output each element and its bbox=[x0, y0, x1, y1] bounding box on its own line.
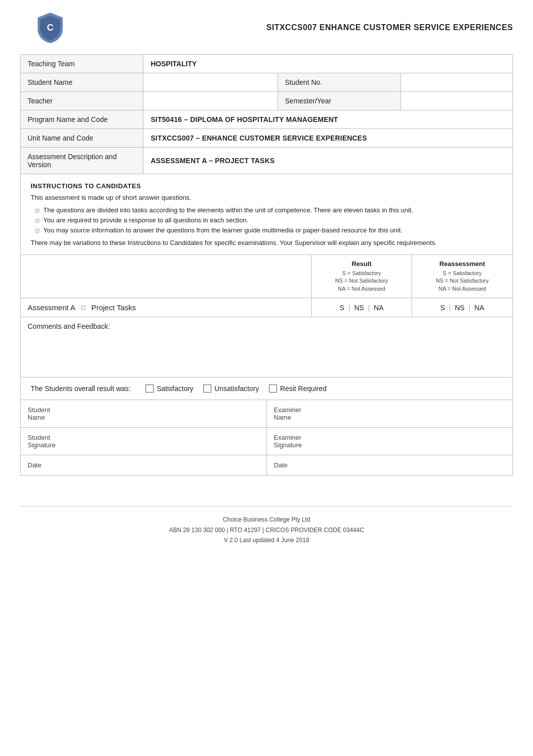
satisfactory-checkbox[interactable] bbox=[146, 385, 154, 393]
student-name-label: Student Name bbox=[21, 73, 144, 92]
na-label-1: NA bbox=[374, 304, 383, 312]
result-header-row: Result S = SatisfactoryNS = Not Satisfac… bbox=[21, 255, 512, 298]
student-date-sig-row: Date bbox=[21, 455, 266, 475]
result-values-primary: S | NS | NA bbox=[312, 298, 412, 317]
result-header-left-spacer bbox=[21, 255, 311, 298]
svg-text:C: C bbox=[47, 23, 54, 33]
program-row: Program Name and Code SIT50416 – DIPLOMA… bbox=[21, 110, 513, 129]
teaching-team-row: Teaching Team HOSPITALITY bbox=[21, 55, 513, 73]
assessment-desc-label: Assessment Description and Version bbox=[21, 148, 144, 174]
teaching-team-value: HOSPITALITY bbox=[144, 55, 513, 73]
overall-label: The Students overall result was: bbox=[31, 385, 130, 393]
student-no-value bbox=[401, 73, 513, 92]
unit-row: Unit Name and Code SITXCCS007 – ENHANCE … bbox=[21, 129, 513, 148]
unsatisfactory-label: Unsatisfactory bbox=[214, 385, 259, 393]
result-col-result: Result S = SatisfactoryNS = Not Satisfac… bbox=[312, 255, 412, 298]
examiner-date-label: Date bbox=[274, 461, 506, 469]
examiner-date-sig-row: Date bbox=[267, 455, 513, 475]
form-table: Teaching Team HOSPITALITY Student Name S… bbox=[20, 54, 513, 174]
student-name-sig-row: StudentName bbox=[21, 400, 266, 428]
reassessment-sub: S = SatisfactoryNS = Not SatisfactoryNA … bbox=[419, 270, 505, 293]
instruction-item-1: The questions are divided into tasks acc… bbox=[36, 206, 502, 214]
student-name-row: Student Name Student No. bbox=[21, 73, 513, 92]
assessment-right: S | NS | NA S | NS | NA bbox=[311, 298, 512, 317]
assessment-desc-value: ASSESSMENT A – PROJECT TASKS bbox=[144, 148, 513, 174]
assessment-a-task: Project Tasks bbox=[91, 303, 136, 312]
result-values-reassess: S | NS | NA bbox=[412, 298, 512, 317]
instructions-list: The questions are divided into tasks acc… bbox=[36, 206, 502, 234]
logo-icon: C bbox=[35, 12, 65, 44]
program-label: Program Name and Code bbox=[21, 110, 144, 129]
instructions-intro: This assessment is made up of short answ… bbox=[31, 194, 502, 201]
teacher-value bbox=[144, 92, 278, 110]
teaching-team-label: Teaching Team bbox=[21, 55, 144, 73]
instructions-title: INSTRUCTIONS TO CANDIDATES bbox=[31, 182, 502, 190]
result-header-right: Result S = SatisfactoryNS = Not Satisfac… bbox=[311, 255, 512, 298]
page-title: SITXCCS007 ENHANCE CUSTOMER SERVICE EXPE… bbox=[266, 23, 513, 32]
footer-line3: V 2.0 Last updated 4 June 2018 bbox=[20, 535, 513, 545]
assessment-row: Assessment A □ Project Tasks S | NS | NA… bbox=[21, 298, 512, 317]
instructions-section: INSTRUCTIONS TO CANDIDATES This assessme… bbox=[20, 174, 513, 255]
teacher-label: Teacher bbox=[21, 92, 144, 110]
sig-right: ExaminerName ExaminerSignature Date bbox=[267, 400, 513, 475]
result-title: Result bbox=[319, 260, 405, 268]
student-signature-sig-row: StudentSignature bbox=[21, 428, 266, 455]
result-col-reassessment: Reassessment S = SatisfactoryNS = Not Sa… bbox=[412, 255, 512, 298]
resit-checkbox[interactable] bbox=[269, 385, 277, 393]
logo: C bbox=[20, 10, 80, 45]
result-sub: S = SatisfactoryNS = Not SatisfactoryNA … bbox=[319, 270, 405, 293]
ns-label-1: NS bbox=[354, 304, 364, 312]
program-value: SIT50416 – DIPLOMA OF HOSPITALITY MANAGE… bbox=[144, 110, 513, 129]
ns-label-2: NS bbox=[455, 304, 464, 312]
assessment-a-label: Assessment A bbox=[28, 303, 75, 312]
student-signature-label: StudentSignature bbox=[28, 434, 259, 449]
assessment-a-icon: □ bbox=[81, 304, 85, 311]
unsatisfactory-option[interactable]: Unsatisfactory bbox=[203, 385, 259, 393]
footer-line1: Choice Business College Pty Ltd bbox=[20, 515, 513, 525]
comments-label: Comments and Feedback: bbox=[28, 322, 505, 330]
reassessment-title: Reassessment bbox=[419, 260, 505, 268]
header: C SITXCCS007 ENHANCE CUSTOMER SERVICE EX… bbox=[20, 10, 513, 45]
overall-result-section: The Students overall result was: Satisfa… bbox=[20, 377, 513, 400]
footer: Choice Business College Pty Ltd ABN 28 1… bbox=[20, 506, 513, 545]
assessment-desc-row: Assessment Description and Version ASSES… bbox=[21, 148, 513, 174]
instructions-note: There may be variations to these Instruc… bbox=[31, 239, 502, 246]
na-label-2: NA bbox=[474, 304, 484, 312]
instruction-item-3: You may source information to answer the… bbox=[36, 226, 502, 234]
sig-left: StudentName StudentSignature Date bbox=[21, 400, 267, 475]
examiner-name-sig-row: ExaminerName bbox=[267, 400, 513, 428]
examiner-name-label: ExaminerName bbox=[274, 406, 506, 421]
semester-label: Semester/Year bbox=[278, 92, 401, 110]
result-table-container: Result S = SatisfactoryNS = Not Satisfac… bbox=[20, 255, 513, 377]
student-no-label: Student No. bbox=[278, 73, 401, 92]
instruction-item-2: You are required to provide a response t… bbox=[36, 216, 502, 224]
student-name-sig-label: StudentName bbox=[28, 406, 259, 421]
assessment-left: Assessment A □ Project Tasks bbox=[21, 298, 311, 317]
comments-row: Comments and Feedback: bbox=[21, 317, 512, 377]
signature-section: StudentName StudentSignature Date Examin… bbox=[20, 400, 513, 476]
footer-line2: ABN 28 130 302 000 | RTO 41297 | CRICOS … bbox=[20, 525, 513, 535]
unit-value: SITXCCS007 – ENHANCE CUSTOMER SERVICE EX… bbox=[144, 129, 513, 148]
student-name-value bbox=[144, 73, 278, 92]
s-label-1: S bbox=[340, 304, 344, 312]
student-date-label: Date bbox=[28, 461, 259, 469]
unsatisfactory-checkbox[interactable] bbox=[203, 385, 211, 393]
examiner-signature-sig-row: ExaminerSignature bbox=[267, 428, 513, 455]
unit-label: Unit Name and Code bbox=[21, 129, 144, 148]
page-title-area: SITXCCS007 ENHANCE CUSTOMER SERVICE EXPE… bbox=[90, 23, 513, 32]
resit-option[interactable]: Resit Required bbox=[269, 385, 327, 393]
resit-label: Resit Required bbox=[280, 385, 327, 393]
examiner-signature-label: ExaminerSignature bbox=[274, 434, 506, 449]
s-label-2: S bbox=[440, 304, 445, 312]
semester-value bbox=[401, 92, 513, 110]
satisfactory-option[interactable]: Satisfactory bbox=[146, 385, 193, 393]
teacher-row: Teacher Semester/Year bbox=[21, 92, 513, 110]
satisfactory-label: Satisfactory bbox=[157, 385, 193, 393]
